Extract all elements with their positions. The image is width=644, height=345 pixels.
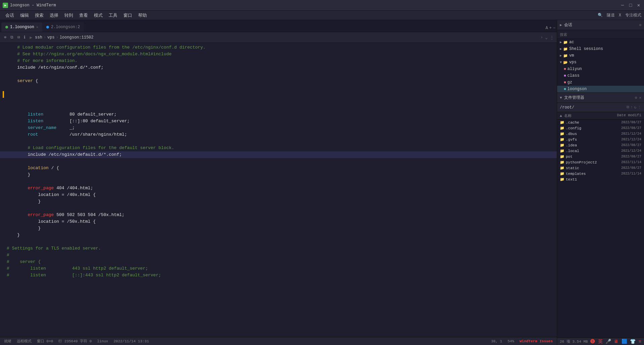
breadcrumb-loongson[interactable]: loongson:11502 <box>60 35 94 40</box>
chevron-right-icon: ▶ <box>560 47 562 51</box>
file-more-btn[interactable]: ⋮ <box>638 105 641 110</box>
tab-close-1[interactable]: ✕ <box>36 25 38 29</box>
file-name: pythonProject2 <box>566 160 613 164</box>
maximize-button[interactable]: □ <box>628 3 633 8</box>
session-panel-title: 会话 <box>564 22 637 28</box>
close-button[interactable]: ✕ <box>636 3 641 8</box>
tree-item-gz[interactable]: ■ gz <box>557 79 644 86</box>
file-header-name: ▲ 名称 <box>560 113 614 118</box>
file-item-idea[interactable]: 📁 .idea 2022/08/27 <box>557 142 644 148</box>
menu-goto[interactable]: 转到 <box>62 12 76 19</box>
tab-1-loongson[interactable]: 1.loongson ✕ <box>1 22 42 32</box>
menu-view[interactable]: 查看 <box>76 12 91 19</box>
panel-chevron-icon: ▼ <box>560 96 562 100</box>
breadcrumb-ssh[interactable]: ssh <box>35 35 42 40</box>
toolbar-nav-right[interactable]: › <box>540 35 543 40</box>
code-line: # listen [::]:443 ssl http2 default_serv… <box>0 272 557 279</box>
file-copy-path-btn[interactable]: ⧉ <box>627 105 629 110</box>
file-item-config[interactable]: 📁 .config 2022/08/27 <box>557 125 644 131</box>
code-line-empty <box>0 138 557 145</box>
toolbar-menu[interactable]: ⋮ <box>550 35 554 40</box>
copy-btn[interactable]: ⧉ <box>9 34 15 41</box>
tree-item-shell-sessions[interactable]: ▶ 📁 Shell sessions <box>557 46 644 52</box>
file-item-cache[interactable]: 📁 .cache 2022/08/27 <box>557 120 644 125</box>
file-settings-btn[interactable]: ⚙ <box>635 95 637 100</box>
menu-session[interactable]: 会话 <box>3 12 17 19</box>
file-item-text1[interactable]: 📁 text1 <box>557 177 644 182</box>
folder-icon: 📁 <box>560 160 565 164</box>
menu-search[interactable]: 搜索 <box>32 12 46 19</box>
file-name: text1 <box>566 178 613 182</box>
tree-item-vps[interactable]: ▼ 📂 vps <box>557 59 644 66</box>
tab-2-loongson[interactable]: 2.loongson:2 <box>42 22 84 32</box>
code-area[interactable]: # Load modular configuration files from … <box>0 43 557 337</box>
status-ready: 就绪 <box>4 339 11 344</box>
tree-item-aliyun[interactable]: ■ aliyun <box>557 66 644 72</box>
file-manager-panel: ▼ 文件管理器 ⚙ ✕ /root/ ⧉ ↑ ↻ ⋮ ▲ 名称 Date mod… <box>557 93 644 345</box>
right-panel: ▶ 会话 ⚙ ▶ 📁 ac ▶ 📁 Shell sessions ▶ 📁 <box>557 20 644 345</box>
file-item-pythonproject2[interactable]: 📁 pythonProject2 2022/11/14 <box>557 159 644 165</box>
tab-minus-button[interactable]: − <box>553 26 555 30</box>
code-line: listen 80 default_server; <box>0 111 557 118</box>
session-settings-btn[interactable]: ⚙ <box>639 23 641 27</box>
tree-label-vps: vps <box>569 60 577 65</box>
menu-tools[interactable]: 工具 <box>106 12 120 19</box>
file-date: 2022/08/27 <box>614 126 641 130</box>
session-search-input[interactable] <box>560 32 641 37</box>
file-date: 2021/12/24 <box>614 149 641 153</box>
main-layout: 1.loongson ✕ 2.loongson:2 A + − ⊕ ⧉ ⊟ ℹ … <box>0 20 644 345</box>
tunnel-label[interactable]: 隧道 <box>607 12 615 18</box>
file-panel-status: 26 项 3.54 MB 🅢 英 🎤 🖥 🟦 👕 ≡ <box>557 338 644 345</box>
tab-bar-controls: A + − <box>545 26 555 32</box>
tab-dot-2 <box>46 26 49 28</box>
menu-select[interactable]: 选择 <box>47 12 61 19</box>
menu-help[interactable]: 帮助 <box>136 12 150 19</box>
folder-icon: 📁 <box>560 132 565 136</box>
file-nav-up-btn[interactable]: ↑ <box>631 105 633 110</box>
code-line: location / { <box>0 165 557 171</box>
menu-window[interactable]: 窗口 <box>121 12 135 19</box>
paste-btn[interactable]: ⊟ <box>16 34 21 41</box>
file-refresh-btn[interactable]: ↻ <box>634 105 636 110</box>
code-line-comment: # Load configuration files for the defau… <box>0 145 557 151</box>
file-item-gvfs[interactable]: 📁 .gvfs 2021/12/24 <box>557 137 644 142</box>
tab-add-button[interactable]: + <box>549 26 552 30</box>
file-item-pot[interactable]: 📁 pot 2022/08/27 <box>557 154 644 159</box>
server-icon: ■ <box>564 87 566 91</box>
file-close-btn[interactable]: ✕ <box>639 95 641 100</box>
tree-label-shell-sessions: Shell sessions <box>569 47 603 51</box>
code-line: } <box>0 232 557 238</box>
tree-item-ac[interactable]: ▶ 📁 ac <box>557 39 644 46</box>
code-line: listen [::]:80 default_server; <box>0 118 557 125</box>
folder-icon: 📁 <box>563 47 568 51</box>
tab-letter-a: A <box>545 26 548 30</box>
info-btn[interactable]: ℹ <box>22 34 27 41</box>
chevron-right-icon: ▶ <box>560 40 562 44</box>
file-item-local[interactable]: 📁 .local 2021/12/24 <box>557 148 644 154</box>
menu-mode[interactable]: 模式 <box>91 12 105 19</box>
file-item-dbus[interactable]: 📁 .dbus 2021/12/24 <box>557 131 644 137</box>
window-controls: ─ □ ✕ <box>620 3 641 8</box>
tree-label-ac: ac <box>569 40 574 45</box>
minimize-button[interactable]: ─ <box>620 3 625 8</box>
code-line-include-highlighted: include /etc/nginx/default.d/*.conf; <box>0 151 557 158</box>
breadcrumb-vps[interactable]: vps <box>47 35 55 40</box>
toolbar-nav-down[interactable]: ⌄ <box>545 35 548 40</box>
file-date: 2021/12/24 <box>614 132 641 136</box>
tree-item-class[interactable]: ■ class <box>557 72 644 79</box>
menu-edit[interactable]: 编辑 <box>17 12 32 19</box>
file-item-templates[interactable]: 📁 templates 2022/11/14 <box>557 171 644 177</box>
focus-mode-label[interactable]: 专注模式 <box>625 12 641 18</box>
tree-item-vm[interactable]: ▶ 📁 vm <box>557 52 644 59</box>
file-item-static[interactable]: 📁 static 2022/08/27 <box>557 165 644 171</box>
new-session-btn[interactable]: ⊕ <box>3 34 8 41</box>
folder-icon: 📁 <box>560 126 565 130</box>
server-icon: ■ <box>564 74 566 78</box>
file-name: .local <box>566 149 613 153</box>
tree-item-loongson[interactable]: ■ loongson <box>557 86 644 92</box>
file-name: templates <box>566 172 613 176</box>
search-icon[interactable]: 🔍 <box>598 13 603 18</box>
x-icon[interactable]: X <box>619 13 621 18</box>
code-line: # for more information. <box>0 58 557 64</box>
file-name: .gvfs <box>566 138 613 142</box>
